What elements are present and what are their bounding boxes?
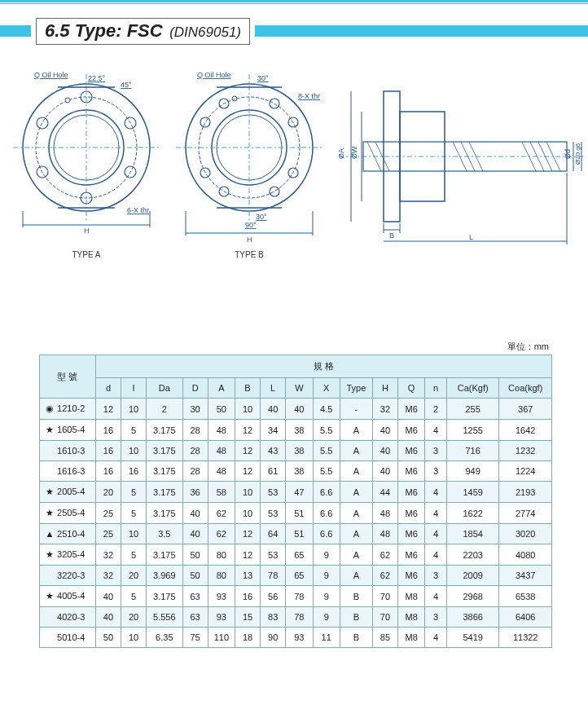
table-cell: M6 <box>397 544 424 566</box>
table-cell: 3 <box>425 607 447 628</box>
table-cell: 80 <box>208 566 235 586</box>
table-cell: - <box>340 399 372 420</box>
table-cell: 12 <box>235 544 260 566</box>
table-cell: 2774 <box>499 503 552 524</box>
table-cell: 48 <box>208 441 235 461</box>
table-cell: 3 <box>425 441 447 461</box>
table-cell: 61 <box>261 461 286 482</box>
table-cell: 53 <box>261 544 286 566</box>
table-cell: ▲ 2510-4 <box>40 524 96 544</box>
table-row: ★ 2005-42053.17536581053476.6A44M6414592… <box>40 482 552 503</box>
table-cell: 80 <box>208 544 235 566</box>
label-dw: ØW <box>350 146 358 159</box>
label-6xthr: 6-X thr <box>127 206 149 214</box>
table-cell: ★ 2005-4 <box>40 482 96 503</box>
table-cell: M8 <box>397 607 424 628</box>
label-dd: Ød <box>564 149 572 159</box>
table-cell: 3.175 <box>147 461 182 482</box>
table-cell: 1255 <box>446 420 498 441</box>
table-cell: 38 <box>286 461 313 482</box>
table-cell: 12 <box>235 524 260 544</box>
drawing-type-b-svg: Q Oil Hole 30° 8-X thr 30° 90° H <box>176 66 323 245</box>
table-cell: 58 <box>208 482 235 503</box>
col-B: B <box>235 378 260 399</box>
table-cell: 40 <box>95 607 121 628</box>
table-cell: 15 <box>235 607 260 628</box>
label-8xthr: 8-X thr <box>298 92 320 100</box>
table-row: 5010-450106.357511018909311B85M845419113… <box>40 628 552 648</box>
table-cell: 9 <box>313 607 340 628</box>
table-cell: 12 <box>235 461 260 482</box>
table-cell: B <box>340 628 372 648</box>
svg-point-14 <box>65 98 70 103</box>
col-Type: Type <box>340 378 372 399</box>
table-cell: 65 <box>286 544 313 566</box>
table-cell: 4080 <box>499 544 552 566</box>
table-cell: 6.6 <box>313 482 340 503</box>
table-cell: 53 <box>261 503 286 524</box>
table-cell: 1622 <box>446 503 498 524</box>
label-30a: 30° <box>257 74 269 82</box>
table-cell: 3.175 <box>147 586 182 607</box>
table-cell: 34 <box>261 420 286 441</box>
col-X: X <box>313 378 340 399</box>
spec-table-body: ◉ 1210-21210230501040404.5-32M62255367★ … <box>40 399 552 648</box>
table-cell: 5419 <box>446 628 498 648</box>
table-cell: 40 <box>182 524 208 544</box>
table-cell: 10 <box>121 399 147 420</box>
top-thin-line <box>0 3 588 4</box>
table-cell: 70 <box>372 586 397 607</box>
table-cell: 70 <box>372 607 397 628</box>
drawing-side: ØA ØW B L Ød Ø20 g6 <box>339 67 583 259</box>
table-cell: M6 <box>397 503 424 524</box>
table-cell: ★ 3205-4 <box>40 544 96 566</box>
table-cell: 4 <box>425 524 447 544</box>
table-row: 3220-332203.96950801378659A62M6320093437 <box>40 566 552 586</box>
table-cell: ★ 1605-4 <box>40 420 96 441</box>
label-oilhole-b: Q Oil Hole <box>197 71 231 79</box>
table-cell: M8 <box>397 586 424 607</box>
table-cell: 3220-3 <box>40 566 96 586</box>
table-cell: 5.5 <box>313 461 340 482</box>
table-cell: 6.6 <box>313 503 340 524</box>
table-cell: 3 <box>425 461 447 482</box>
table-cell: 48 <box>372 524 397 544</box>
table-row: ★ 3205-43253.17550801253659A62M642203408… <box>40 544 552 566</box>
label-da: ØA <box>339 148 345 159</box>
title-sub: (DIN69051) <box>169 24 241 40</box>
table-cell: 50 <box>182 544 208 566</box>
col-A: A <box>208 378 235 399</box>
table-cell: 78 <box>286 607 313 628</box>
table-cell: 1459 <box>446 482 498 503</box>
drawing-side-svg: ØA ØW B L Ød Ø20 g6 <box>339 67 583 246</box>
table-cell: 50 <box>95 628 121 648</box>
table-cell: 367 <box>499 399 552 420</box>
table-cell: 4 <box>425 503 447 524</box>
table-cell: M6 <box>397 461 424 482</box>
table-cell: 4 <box>425 628 447 648</box>
table-cell: 5 <box>121 586 147 607</box>
table-cell: 75 <box>182 628 208 648</box>
table-row: ★ 1605-41653.17528481234385.5A40M6412551… <box>40 420 552 441</box>
table-cell: 83 <box>261 607 286 628</box>
table-cell: 93 <box>208 607 235 628</box>
table-cell: B <box>340 607 372 628</box>
top-accent-line <box>0 0 588 2</box>
table-cell: 1642 <box>499 420 552 441</box>
label-30b: 30° <box>256 213 267 221</box>
table-cell: 5.5 <box>313 441 340 461</box>
table-cell: 3.175 <box>147 441 182 461</box>
col-spec-group: 規 格 <box>95 355 551 378</box>
table-cell: 62 <box>208 503 235 524</box>
table-cell: 16 <box>95 461 121 482</box>
table-cell: 10 <box>235 482 260 503</box>
table-cell: M6 <box>397 524 424 544</box>
col-L: L <box>261 378 286 399</box>
table-cell: 3 <box>425 566 447 586</box>
title-blue-right <box>255 25 588 37</box>
table-cell: B <box>340 586 372 607</box>
table-cell: 10 <box>235 503 260 524</box>
table-cell: A <box>340 503 372 524</box>
svg-point-34 <box>232 96 237 101</box>
table-cell: 62 <box>208 524 235 544</box>
